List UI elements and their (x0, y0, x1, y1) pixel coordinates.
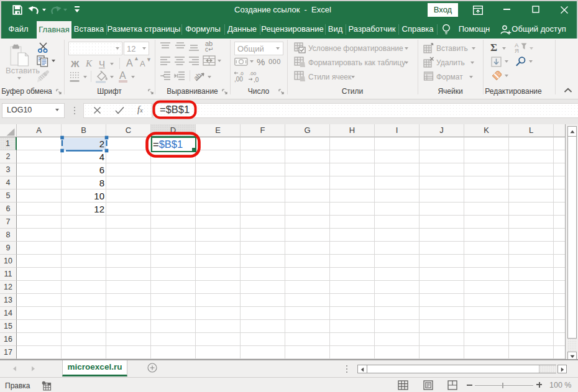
svg-text:,00: ,00 (234, 76, 243, 83)
svg-text:,0: ,0 (254, 76, 259, 83)
svg-text:ab: ab (194, 71, 203, 82)
svg-text:Я: Я (515, 47, 519, 53)
